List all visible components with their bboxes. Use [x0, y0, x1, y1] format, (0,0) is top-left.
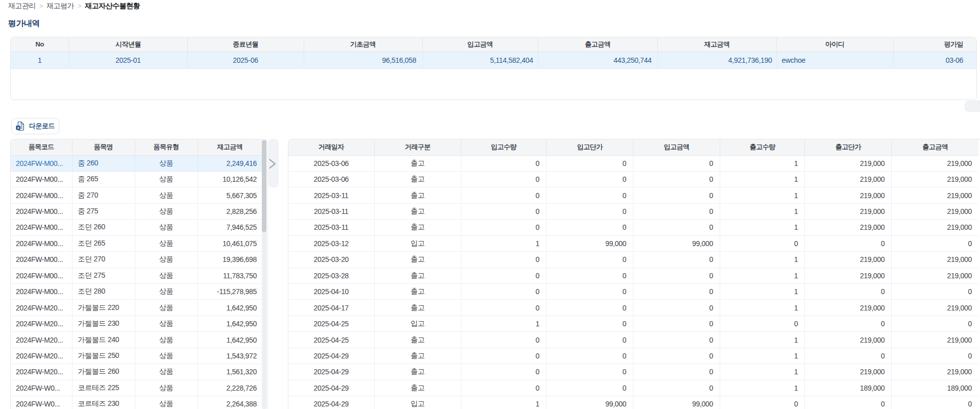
svg-text:X: X: [17, 126, 19, 130]
